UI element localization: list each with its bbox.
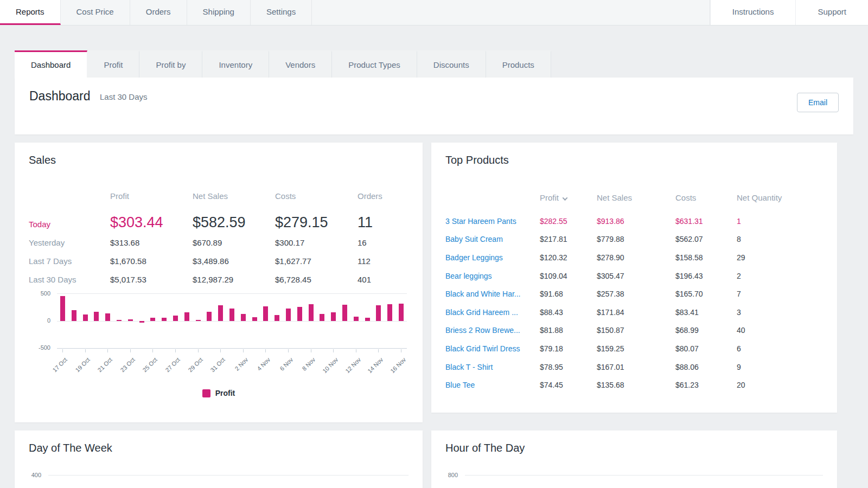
product-row: Badger Leggings$120.32$278.90$158.5829 — [445, 248, 823, 267]
product-costs-value: $196.43 — [675, 272, 737, 280]
product-name-link[interactable]: Black Grid Twirl Dress — [445, 344, 540, 353]
date-range-label: Last 30 Days — [100, 92, 148, 101]
profit-bar — [229, 309, 234, 321]
gridline — [48, 475, 409, 476]
top-products-header-row: ProfitNet SalesCostsNet Quantity — [445, 191, 823, 203]
product-quantity-value: 9 — [737, 363, 823, 371]
x-axis-tick-label: 16 Nov — [389, 356, 407, 374]
nav-item-reports[interactable]: Reports — [0, 0, 61, 25]
x-axis-tick — [311, 349, 311, 352]
product-name-link[interactable]: 3 Star Hareem Pants — [445, 217, 540, 226]
x-axis-tick-label: 29 Oct — [187, 356, 203, 373]
product-profit-value: $282.55 — [540, 217, 597, 226]
nav-item-support[interactable]: Support — [795, 0, 868, 25]
x-axis-tick-label: 21 Oct — [97, 356, 113, 373]
nav-item-cost-price[interactable]: Cost Price — [61, 0, 130, 25]
nav-item-instructions[interactable]: Instructions — [710, 0, 796, 25]
sales-profit-value: $303.44 — [110, 214, 193, 231]
tab-products[interactable]: Products — [486, 50, 551, 78]
sales-orders-value: 112 — [358, 256, 409, 266]
email-button[interactable]: Email — [797, 93, 839, 112]
sales-orders-value: 401 — [358, 275, 409, 284]
chart-gridline — [57, 321, 407, 322]
product-net-sales-value: $171.84 — [597, 308, 675, 317]
profit-bar — [376, 305, 381, 321]
x-axis-tick — [152, 349, 153, 352]
profit-bar — [387, 304, 392, 321]
tab-product-types[interactable]: Product Types — [332, 50, 417, 78]
main-cards-row: Sales ProfitNet SalesCostsOrders Today$3… — [15, 143, 853, 422]
products-column-header-net-quantity[interactable]: Net Quantity — [737, 193, 823, 202]
product-costs-value: $158.58 — [675, 253, 737, 262]
x-axis-tick — [130, 349, 131, 352]
products-column-header-costs[interactable]: Costs — [675, 193, 737, 202]
product-quantity-value: 8 — [737, 235, 823, 243]
products-column-header-net-sales[interactable]: Net Sales — [597, 193, 675, 202]
product-net-sales-value: $167.01 — [597, 363, 675, 371]
product-name-link[interactable]: Baby Suit Cream — [445, 235, 540, 243]
product-profit-value: $81.88 — [540, 326, 597, 335]
profit-bar — [286, 309, 291, 321]
x-axis-tick — [265, 349, 266, 352]
product-costs-value: $562.07 — [675, 235, 737, 243]
day-of-week-chart: 400 — [29, 472, 409, 478]
tab-dashboard[interactable]: Dashboard — [15, 50, 87, 78]
sales-net-sales-value: $670.89 — [193, 238, 275, 247]
x-axis-tick-label: 23 Oct — [119, 356, 136, 373]
x-axis-tick-label: 12 Nov — [344, 356, 362, 374]
profit-bar — [342, 305, 347, 321]
hour-of-day-title: Hour of The Day — [445, 442, 823, 454]
product-name-link[interactable]: Black Grid Hareem ... — [445, 308, 540, 317]
day-of-week-title: Day of The Week — [29, 442, 409, 454]
profit-bar — [139, 321, 144, 323]
product-net-sales-value: $150.87 — [597, 326, 675, 335]
product-profit-value: $74.45 — [540, 381, 597, 389]
profit-bar — [241, 314, 246, 321]
product-profit-value: $79.18 — [540, 344, 597, 353]
product-quantity-value: 1 — [737, 217, 823, 226]
nav-item-settings[interactable]: Settings — [251, 0, 312, 25]
profit-legend-label: Profit — [215, 389, 235, 397]
chart-plot-area: 17 Oct19 Oct21 Oct23 Oct25 Oct27 Oct29 O… — [57, 293, 407, 349]
x-axis-tick-label: 19 Oct — [74, 356, 91, 373]
product-profit-value: $91.68 — [540, 290, 597, 298]
x-axis-tick — [356, 349, 356, 352]
profit-bar — [218, 305, 223, 321]
top-nav: ReportsCost PriceOrdersShippingSettings … — [0, 0, 868, 25]
report-tabs: DashboardProfitProfit byInventoryVendors… — [15, 50, 853, 78]
product-row: Blue Tee$74.45$135.68$61.2320 — [445, 376, 823, 394]
sales-column-header-costs: Costs — [275, 191, 358, 201]
sales-orders-value: 16 — [358, 238, 409, 247]
profit-bar — [365, 318, 370, 321]
page-title: Dashboard — [29, 89, 91, 104]
product-name-link[interactable]: Bear leggings — [445, 272, 540, 280]
product-name-link[interactable]: Blue Tee — [445, 381, 540, 389]
profit-bar — [117, 320, 122, 321]
sales-row-label: Last 30 Days — [29, 275, 110, 284]
tab-profit-by[interactable]: Profit by — [139, 50, 202, 78]
x-axis-tick — [401, 349, 401, 352]
tab-inventory[interactable]: Inventory — [202, 50, 269, 78]
nav-item-orders[interactable]: Orders — [130, 0, 187, 25]
tab-vendors[interactable]: Vendors — [269, 50, 332, 78]
product-name-link[interactable]: Badger Leggings — [445, 253, 540, 262]
products-column-header-profit[interactable]: Profit — [540, 193, 597, 202]
product-row: 3 Star Hareem Pants$282.55$913.86$631.31… — [445, 212, 823, 230]
product-name-link[interactable]: Black T - Shirt — [445, 363, 540, 371]
product-costs-value: $165.70 — [675, 290, 737, 298]
chart-gridline — [57, 293, 407, 294]
y-axis-tick-label: -500 — [29, 344, 50, 351]
x-axis-tick — [378, 349, 379, 352]
product-row: Bear leggings$109.04$305.47$196.432 — [445, 267, 823, 285]
product-name-link[interactable]: Briess 2 Row Brewe... — [445, 326, 540, 335]
product-quantity-value: 29 — [737, 253, 823, 262]
product-row: Black T - Shirt$78.95$167.01$88.069 — [445, 358, 823, 376]
y-axis-tick-label: 0 — [29, 317, 50, 324]
product-name-link[interactable]: Black and White Har... — [445, 290, 540, 298]
x-axis-tick-label: 6 Nov — [278, 356, 294, 372]
tab-profit[interactable]: Profit — [87, 50, 139, 78]
profit-legend-swatch-icon — [202, 389, 210, 397]
product-net-sales-value: $278.90 — [597, 253, 675, 262]
tab-discounts[interactable]: Discounts — [417, 50, 486, 78]
nav-item-shipping[interactable]: Shipping — [187, 0, 251, 25]
